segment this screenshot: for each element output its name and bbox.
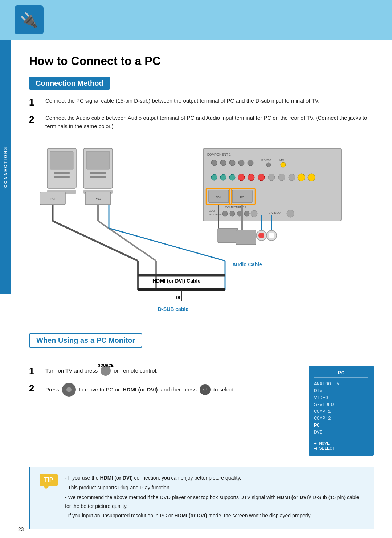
pc-monitor-content: 1 Turn on TV and press SOURCE on remote … — [29, 366, 374, 456]
dsub-label: D-SUB cable — [158, 306, 188, 312]
diagram-svg: DVI VGA COMPONENT 1 — [29, 137, 356, 319]
select-label: ◄ SELECT — [314, 446, 368, 451]
svg-point-63 — [258, 233, 264, 238]
svg-rect-58 — [218, 228, 238, 243]
step-1-inline: Turn on TV and press SOURCE on remote co… — [45, 366, 158, 376]
enter-button[interactable] — [200, 384, 211, 395]
menu-item: DTV — [314, 387, 368, 394]
sidebar-label: CONNECTIONS — [3, 146, 8, 188]
step1-suffix: on remote control. — [114, 366, 158, 375]
connection-icon: 🔌 — [20, 13, 38, 27]
svg-point-50 — [237, 211, 242, 216]
svg-point-32 — [220, 174, 226, 180]
step-2-text: Connect the Audio cable between Audio ou… — [45, 114, 374, 130]
step1-prefix: Turn on TV and press — [45, 366, 98, 375]
pc-monitor-steps: 1 Turn on TV and press SOURCE on remote … — [29, 366, 298, 402]
svg-point-49 — [230, 211, 235, 216]
pc-monitor-section: When Using as a PC Monitor 1 Turn on TV … — [29, 333, 374, 456]
step2-bold: HDMI (or DVI) — [123, 385, 158, 394]
tip-content: - If you use the HDMI (or DVI) connectio… — [65, 474, 365, 521]
pc-step-2: 2 Press to move to PC or HDMI (or DVI) a… — [29, 383, 298, 397]
pc-step-1: 1 Turn on TV and press SOURCE on remote … — [29, 366, 298, 377]
svg-text:COMPONENT 1: COMPONENT 1 — [207, 153, 231, 156]
svg-point-40 — [298, 174, 305, 181]
svg-point-65 — [269, 233, 274, 238]
tip-box: TIP - If you use the HDMI (or DVI) conne… — [29, 467, 374, 529]
step-2-number: 2 — [29, 114, 45, 125]
svg-rect-1 — [50, 151, 73, 169]
svg-rect-6 — [86, 151, 110, 169]
pc-step-2-text: Press to move to PC or HDMI (or DVI) and… — [45, 383, 298, 397]
svg-point-51 — [244, 211, 249, 216]
menu-item: S-VIDEO — [314, 401, 368, 408]
svg-point-48 — [222, 211, 228, 216]
svg-text:PC: PC — [240, 196, 245, 199]
source-label: SOURCE — [98, 361, 114, 371]
svg-point-28 — [266, 163, 271, 167]
main-content: How to Connect to a PC Connection Method… — [11, 40, 392, 538]
nav-button[interactable] — [62, 383, 76, 397]
top-banner: 🔌 — [0, 0, 392, 40]
connections-sidebar: CONNECTIONS — [0, 40, 11, 294]
tip-badge: TIP — [40, 474, 58, 486]
svg-rect-20 — [203, 148, 341, 221]
tip-line: - This product supports Plug-and-Play fu… — [65, 484, 365, 492]
svg-point-33 — [229, 174, 235, 180]
menu-item: COMP 2 — [314, 415, 368, 422]
connection-method-section: Connection Method 1 Connect the PC signa… — [29, 77, 374, 130]
step-1: 1 Connect the PC signal cable (15-pin D-… — [29, 97, 374, 108]
tip-line: - We recommend the above method if the D… — [65, 493, 365, 511]
svg-point-38 — [278, 174, 285, 181]
svg-point-52 — [251, 210, 257, 217]
step2-prefix: Press — [45, 385, 59, 394]
pc-step-1-number: 1 — [29, 366, 45, 377]
svg-point-34 — [238, 174, 245, 181]
pc-menu-title: PC — [314, 370, 368, 378]
svg-point-36 — [258, 174, 265, 181]
svg-text:VGA: VGA — [94, 197, 101, 201]
connection-method-header: Connection Method — [29, 77, 110, 90]
audio-cable-label: Audio Cable — [232, 262, 262, 267]
move-label: ♦ MOVE — [314, 441, 368, 446]
menu-item: VIDEO — [314, 394, 368, 401]
svg-line-15 — [53, 221, 138, 261]
connection-diagram: DVI VGA COMPONENT 1 — [29, 137, 356, 326]
step-2-inline: Press to move to PC or HDMI (or DVI) and… — [45, 383, 235, 397]
svg-text:DVI: DVI — [50, 197, 55, 201]
svg-point-24 — [229, 160, 235, 166]
page-number: 23 — [18, 526, 24, 532]
svg-text:MC: MC — [279, 159, 284, 162]
menu-item: COMP 1 — [314, 408, 368, 415]
svg-point-26 — [248, 160, 253, 166]
svg-point-41 — [308, 174, 315, 181]
svg-point-54 — [287, 210, 294, 217]
svg-rect-59 — [236, 230, 256, 245]
svg-point-37 — [268, 174, 275, 181]
svg-text:COMPONENT 2: COMPONENT 2 — [225, 206, 246, 209]
svg-point-35 — [248, 174, 254, 181]
hdmi-cable-label: HDMI (or DVI) Cable — [152, 278, 200, 284]
svg-text:S-VIDEO: S-VIDEO — [269, 211, 281, 214]
pc-monitor-header: When Using as a PC Monitor — [29, 333, 142, 348]
step2-suffix: and then press — [161, 385, 197, 394]
source-button[interactable]: SOURCE — [101, 366, 111, 376]
tip-line: - If you input an unsupported resolution… — [65, 512, 365, 520]
svg-rect-3 — [54, 176, 70, 178]
pc-menu-panel: PC ANALOG TVDTVVIDEOS-VIDEOCOMP 1COMP 2P… — [309, 366, 374, 456]
svg-point-30 — [281, 162, 286, 167]
page-title: How to Connect to a PC — [29, 54, 374, 68]
svg-text:SUB: SUB — [209, 209, 215, 213]
step-1-number: 1 — [29, 97, 45, 108]
or-text: or — [176, 294, 181, 300]
pc-step-1-text: Turn on TV and press SOURCE on remote co… — [45, 366, 298, 376]
svg-rect-2 — [54, 172, 70, 174]
menu-item: ANALOG TV — [314, 381, 368, 387]
pc-step-2-number: 2 — [29, 383, 45, 394]
svg-rect-7 — [90, 172, 106, 174]
svg-point-23 — [220, 160, 226, 166]
step-1-text: Connect the PC signal cable (15-pin D-su… — [45, 97, 374, 105]
step2-end: to select. — [213, 385, 235, 394]
menu-item[interactable]: PC — [314, 422, 368, 429]
menu-items-list: ANALOG TVDTVVIDEOS-VIDEOCOMP 1COMP 2PCDV… — [314, 381, 368, 436]
svg-rect-8 — [90, 176, 106, 178]
